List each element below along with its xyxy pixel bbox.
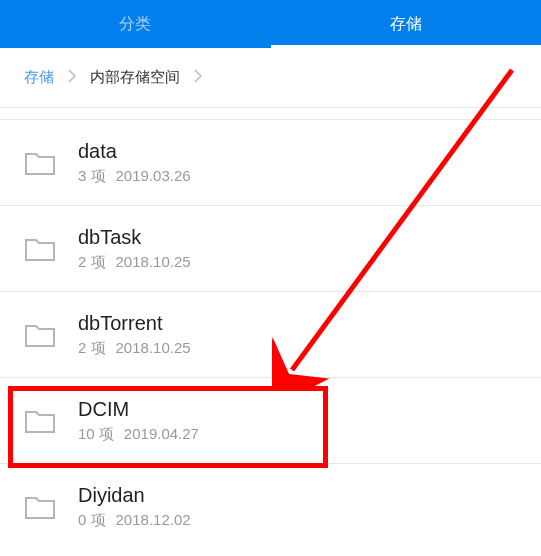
folder-list: data 3 项2019.03.26 dbTask 2 项2018.10.25 … <box>0 120 541 550</box>
folder-icon <box>24 494 56 520</box>
folder-icon <box>24 150 56 176</box>
folder-name: dbTorrent <box>78 312 191 335</box>
breadcrumb: 存储 内部存储空间 <box>0 48 541 108</box>
tab-storage[interactable]: 存储 <box>271 0 542 48</box>
chevron-right-icon <box>194 69 202 87</box>
list-item[interactable]: dbTask 2 项2018.10.25 <box>0 206 541 292</box>
folder-meta: 10 项2019.04.27 <box>78 425 199 444</box>
folder-name: dbTask <box>78 226 191 249</box>
list-item[interactable]: data 3 项2019.03.26 <box>0 120 541 206</box>
list-item[interactable]: Diyidan 0 项2018.12.02 <box>0 464 541 550</box>
chevron-right-icon <box>68 69 76 87</box>
folder-icon <box>24 408 56 434</box>
spacer <box>0 108 541 120</box>
folder-name: Diyidan <box>78 484 191 507</box>
folder-icon <box>24 236 56 262</box>
folder-icon <box>24 322 56 348</box>
folder-meta: 0 项2018.12.02 <box>78 511 191 530</box>
tab-bar: 分类 存储 <box>0 0 541 48</box>
list-item[interactable]: dbTorrent 2 项2018.10.25 <box>0 292 541 378</box>
tab-categories[interactable]: 分类 <box>0 0 271 48</box>
folder-meta: 2 项2018.10.25 <box>78 339 191 358</box>
folder-name: DCIM <box>78 398 199 421</box>
list-item[interactable]: DCIM 10 项2019.04.27 <box>0 378 541 464</box>
folder-name: data <box>78 140 191 163</box>
folder-meta: 2 项2018.10.25 <box>78 253 191 272</box>
breadcrumb-root[interactable]: 存储 <box>24 68 54 87</box>
folder-meta: 3 项2019.03.26 <box>78 167 191 186</box>
breadcrumb-current[interactable]: 内部存储空间 <box>90 68 180 87</box>
